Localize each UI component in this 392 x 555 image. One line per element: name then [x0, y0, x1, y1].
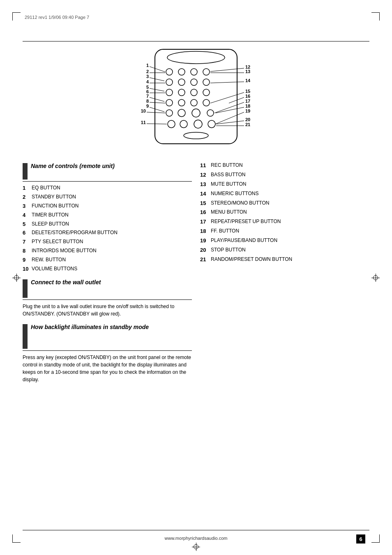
main-content: 1 2 3 4 5 6 7 8 9: [23, 45, 369, 522]
list-text-right: REC BUTTON: [211, 162, 243, 169]
svg-line-65: [216, 121, 244, 124]
svg-point-14: [166, 99, 173, 106]
svg-point-17: [203, 99, 210, 106]
list-num: 8: [23, 248, 32, 255]
svg-point-24: [194, 120, 202, 128]
list-num: 2: [23, 194, 32, 201]
list-text: EQ BUTTON: [32, 185, 60, 191]
list-text: DELETE/STORE/PROGRAM BUTTON: [32, 230, 118, 236]
list-item-right: 12BASS BUTTON: [200, 172, 369, 179]
backlight-heading-text: How backlight illuminates in standby mod…: [31, 323, 149, 331]
list-item: 2STANDBY BUTTON: [23, 194, 192, 201]
list-item: 6DELETE/STORE/PROGRAM BUTTON: [23, 230, 192, 237]
svg-text:14: 14: [245, 78, 251, 83]
svg-point-18: [166, 110, 173, 116]
list-item: 4TIMER BUTTON: [23, 212, 192, 219]
list-num-right: 16: [200, 209, 211, 216]
list-num-right: 19: [200, 237, 211, 244]
svg-point-23: [180, 120, 187, 128]
list-text-right: MENU BUTTON: [211, 209, 247, 216]
connect-heading: Connect to the wall outlet: [23, 279, 192, 300]
svg-text:3: 3: [146, 74, 149, 79]
svg-text:15: 15: [245, 89, 250, 94]
list-num-right: 11: [200, 162, 211, 169]
list-item-right: 21RANDOM/PRESET DOWN BUTTON: [200, 256, 369, 263]
controls-heading-section: Name of controls (remote unit): [23, 162, 192, 182]
list-text-right: PLAY/PAUSE/BAND BUTTON: [211, 237, 277, 244]
list-num-right: 12: [200, 172, 211, 179]
controls-heading-text: Name of controls (remote unit): [31, 162, 115, 170]
backlight-section: How backlight illuminates in standby mod…: [23, 323, 192, 383]
svg-line-43: [150, 107, 164, 112]
connect-section: Connect to the wall outlet Plug the unit…: [23, 279, 192, 318]
list-text-right: NUMERIC BUTTONS: [211, 191, 258, 197]
list-text-right: REPEAT/PRESET UP BUTTON: [211, 219, 281, 225]
list-num-right: 18: [200, 228, 211, 235]
svg-point-20: [192, 109, 200, 117]
svg-line-41: [150, 102, 165, 103]
list-text: VOLUME BUTTONS: [32, 266, 77, 272]
list-num: 7: [23, 239, 32, 246]
list-num-right: 21: [200, 256, 211, 263]
svg-text:13: 13: [245, 69, 250, 74]
center-reg-mark: [192, 543, 200, 551]
list-item-right: 19PLAY/PAUSE/BAND BUTTON: [200, 237, 369, 244]
list-num: 4: [23, 212, 32, 219]
list-item-right: 20STOP BUTTON: [200, 247, 369, 254]
svg-point-4: [191, 69, 197, 75]
left-list: 1EQ BUTTON2STANDBY BUTTON3FUNCTION BUTTO…: [23, 185, 192, 273]
svg-text:18: 18: [245, 104, 250, 108]
svg-text:8: 8: [146, 99, 149, 104]
right-list: 11REC BUTTON12BASS BUTTON13MUTE BUTTON14…: [200, 162, 369, 263]
list-text-right: STOP BUTTON: [211, 247, 246, 253]
svg-line-49: [210, 68, 244, 71]
list-item: 9REW. BUTTON: [23, 257, 192, 264]
left-column: Name of controls (remote unit) 1EQ BUTTO…: [23, 162, 192, 383]
svg-text:19: 19: [245, 108, 250, 113]
svg-point-3: [178, 69, 185, 75]
list-text: STANDBY BUTTON: [32, 194, 76, 200]
right-column: 11REC BUTTON12BASS BUTTON13MUTE BUTTON14…: [200, 162, 369, 383]
backlight-body: Press any key (excepted ON/STANDBY) on t…: [23, 354, 192, 383]
list-text-right: BASS BUTTON: [211, 172, 245, 178]
svg-line-27: [150, 67, 165, 72]
list-num: 9: [23, 257, 32, 264]
list-item: 5SLEEP BUTTON: [23, 221, 192, 228]
list-num: 3: [23, 203, 32, 210]
list-item-right: 15STEREO/MONO BUTTON: [200, 200, 369, 207]
list-item-right: 14NUMERIC BUTTONS: [200, 191, 369, 198]
list-item: 3FUNCTION BUTTON: [23, 203, 192, 210]
svg-text:2: 2: [146, 69, 149, 74]
svg-line-61: [216, 107, 244, 113]
svg-point-22: [168, 120, 175, 128]
connect-heading-block: [23, 279, 28, 298]
list-num-right: 14: [200, 191, 211, 198]
list-num-right: 13: [200, 181, 211, 188]
svg-point-6: [166, 79, 173, 85]
list-num-right: 15: [200, 200, 211, 207]
list-num-right: 17: [200, 219, 211, 226]
list-num: 10: [23, 266, 32, 273]
backlight-heading: How backlight illuminates in standby mod…: [23, 323, 192, 351]
svg-point-13: [203, 89, 210, 96]
svg-text:11: 11: [141, 120, 146, 125]
list-text-right: STEREO/MONO BUTTON: [211, 200, 269, 207]
svg-point-9: [203, 79, 210, 85]
footer-url: www.morphyrichardsaudio.com: [0, 536, 392, 541]
svg-line-57: [229, 97, 244, 103]
top-rule: [23, 41, 369, 41]
list-item-right: 18FF. BUTTON: [200, 228, 369, 235]
list-text: REW. BUTTON: [32, 257, 66, 263]
svg-line-55: [210, 92, 244, 103]
list-text-right: FF. BUTTON: [211, 228, 239, 235]
list-text: FUNCTION BUTTON: [32, 203, 78, 210]
right-reg-mark: [371, 274, 380, 282]
list-item: 1EQ BUTTON: [23, 185, 192, 192]
svg-line-35: [150, 88, 164, 91]
svg-text:16: 16: [245, 94, 250, 99]
list-item-right: 11REC BUTTON: [200, 162, 369, 169]
remote-diagram: 1 2 3 4 5 6 7 8 9: [56, 45, 336, 150]
svg-point-11: [178, 89, 185, 96]
list-num: 6: [23, 230, 32, 237]
svg-line-53: [210, 82, 244, 83]
